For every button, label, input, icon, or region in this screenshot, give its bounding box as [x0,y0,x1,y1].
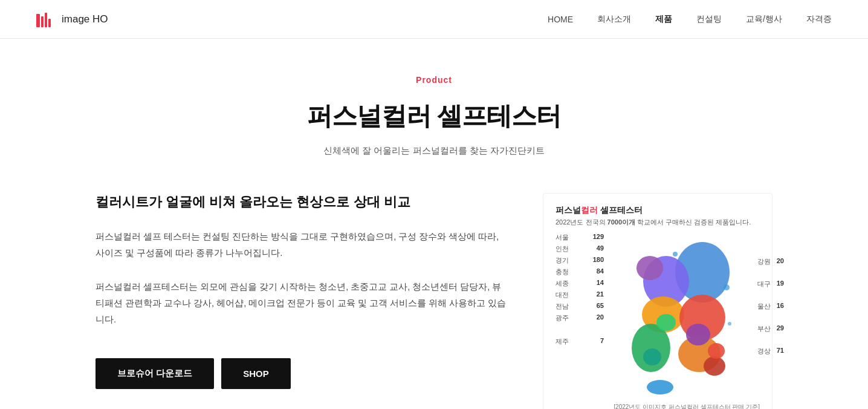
stat-jeju: 제주 7 [555,337,604,346]
content-heading: 컬러시트가 얼굴에 비쳐 올라오는 현상으로 상대 비교 [96,193,507,212]
stat-jeju-value: 7 [600,337,604,346]
nav-consulting[interactable]: 컨설팅 [696,14,722,25]
content-body1: 퍼스널컬러 셀프 테스터는 컨설팅 진단하는 방식을 그대로 구현하였습으며, … [96,229,507,261]
stat-gyeongnam: 경상 71 [757,347,784,356]
stat-chungcheong-label: 충청 [555,267,569,276]
svg-rect-3 [48,19,51,27]
svg-rect-2 [45,13,47,27]
korea-map-svg [609,233,742,396]
button-group: 브로슈어 다운로드 SHOP [96,358,507,389]
map-body: 서울 129 인천 49 경기 180 충청 84 [555,233,760,398]
svg-point-17 [673,252,678,257]
svg-point-19 [728,322,731,326]
stat-jeju-label: 제주 [555,337,569,346]
stat-seoul-label: 서울 [555,233,569,242]
stat-daejeon-value: 21 [597,290,604,299]
map-panel: 퍼스널컬러 셀프테스터 2022년도 전국의 7000이개 학교에서 구매하신 … [543,193,772,409]
map-subtitle-text: 2022년도 전국의 [555,218,607,226]
stat-jeonnam-label: 전남 [555,302,569,311]
stat-gyeongnam-label: 경상 [757,347,771,356]
map-title-highlight: 컬러 [581,205,598,215]
stat-gyeonggi-label: 경기 [555,256,569,265]
svg-point-12 [686,324,710,345]
svg-point-15 [708,343,725,359]
stat-busan-label: 부산 [757,324,771,333]
shop-button[interactable]: SHOP [221,358,291,389]
stat-gwangju-value: 20 [597,313,604,322]
map-footer: [2022년도 이미지호 퍼스널컬러 셀프테스터 판매 기준] [555,403,760,409]
page-subtitle: 신체색에 잘 어울리는 퍼스널컬러를 찾는 자가진단키트 [96,145,772,157]
logo-svg [36,11,56,27]
stat-gwangju-label: 광주 [555,313,569,322]
svg-point-18 [724,284,730,290]
svg-point-11 [704,356,725,376]
nav-education[interactable]: 교육/행사 [746,14,782,25]
svg-point-6 [636,256,663,280]
svg-point-16 [647,380,673,394]
stat-gwangju: 광주 20 [555,313,604,322]
stat-sejong-value: 14 [597,279,604,288]
map-subtitle-rest: 학교에서 구매하신 검증된 제품입니다. [635,218,751,226]
site-header: image HO HOME 회사소개 제품 컨설팅 교육/행사 자격증 [0,0,868,39]
svg-rect-1 [41,16,44,27]
stat-daegu-label: 대구 [757,280,771,289]
main-content: Product 퍼스널컬러 셀프테스터 신체색에 잘 어울리는 퍼스널컬러를 찾… [71,39,797,409]
content-left: 컬러시트가 얼굴에 비쳐 올라오는 현상으로 상대 비교 퍼스널컬러 셀프 테스… [96,193,507,389]
stat-ulsan-value: 16 [777,302,784,311]
logo-icon [36,11,56,27]
map-title-part2: 셀프테스터 [598,205,643,215]
svg-point-13 [643,348,661,365]
map-stats-right: 강원 20 대구 19 울산 16 부산 29 [757,257,784,356]
map-visual-area: 강원 20 대구 19 울산 16 부산 29 [609,233,760,398]
stat-incheon: 인천 49 [555,244,604,254]
stat-chungcheong-value: 84 [597,267,604,276]
main-nav: HOME 회사소개 제품 컨설팅 교육/행사 자격증 [548,14,832,25]
stat-gyeonggi: 경기 180 [555,256,604,265]
nav-certificate[interactable]: 자격증 [806,14,832,25]
stat-daegu: 대구 19 [757,280,784,289]
section-label: Product [96,75,772,85]
content-area: 컬러시트가 얼굴에 비쳐 올라오는 현상으로 상대 비교 퍼스널컬러 셀프 테스… [96,193,772,409]
stat-gyeongnam-value: 71 [777,347,784,356]
map-subtitle-bold: 7000이개 [607,218,635,226]
stat-incheon-label: 인천 [555,244,569,254]
stat-ulsan-label: 울산 [757,302,771,311]
map-stats-left: 서울 129 인천 49 경기 180 충청 84 [555,233,604,398]
logo-text: image HO [62,13,108,25]
nav-product[interactable]: 제품 [655,14,672,25]
stat-gangwon-label: 강원 [757,257,771,266]
brochure-download-button[interactable]: 브로슈어 다운로드 [96,358,214,389]
page-title: 퍼스널컬러 셀프테스터 [96,99,772,133]
stat-jeonnam-value: 65 [597,302,604,311]
stat-sejong: 세종 14 [555,279,604,288]
stat-gangwon-value: 20 [777,257,784,266]
stat-gyeonggi-value: 180 [593,256,604,265]
nav-home[interactable]: HOME [548,15,573,24]
svg-rect-0 [36,14,40,27]
stat-sejong-label: 세종 [555,279,569,288]
stat-daejeon: 대전 21 [555,290,604,299]
stat-chungcheong: 충청 84 [555,267,604,276]
site-logo: image HO [36,11,108,27]
svg-point-14 [656,314,676,331]
nav-about[interactable]: 회사소개 [597,14,631,25]
stat-ulsan: 울산 16 [757,302,784,311]
stat-jeonnam: 전남 65 [555,302,604,311]
stat-daejeon-label: 대전 [555,290,569,299]
map-panel-title: 퍼스널컬러 셀프테스터 [555,204,760,217]
map-panel-subtitle: 2022년도 전국의 7000이개 학교에서 구매하신 검증된 제품입니다. [555,218,760,227]
stat-seoul: 서울 129 [555,233,604,242]
map-title-part1: 퍼스널 [555,205,581,215]
stat-incheon-value: 49 [597,244,604,254]
stat-busan-value: 29 [777,324,784,333]
stat-busan: 부산 29 [757,324,784,333]
stat-daegu-value: 19 [777,280,784,289]
stat-seoul-value: 129 [593,233,604,242]
stat-gangwon: 강원 20 [757,257,784,266]
content-body2: 퍼스널컬러 셀프테스터는 외모에 관심을 갖기 시작하는 청소년, 초중고교 교… [96,279,507,327]
